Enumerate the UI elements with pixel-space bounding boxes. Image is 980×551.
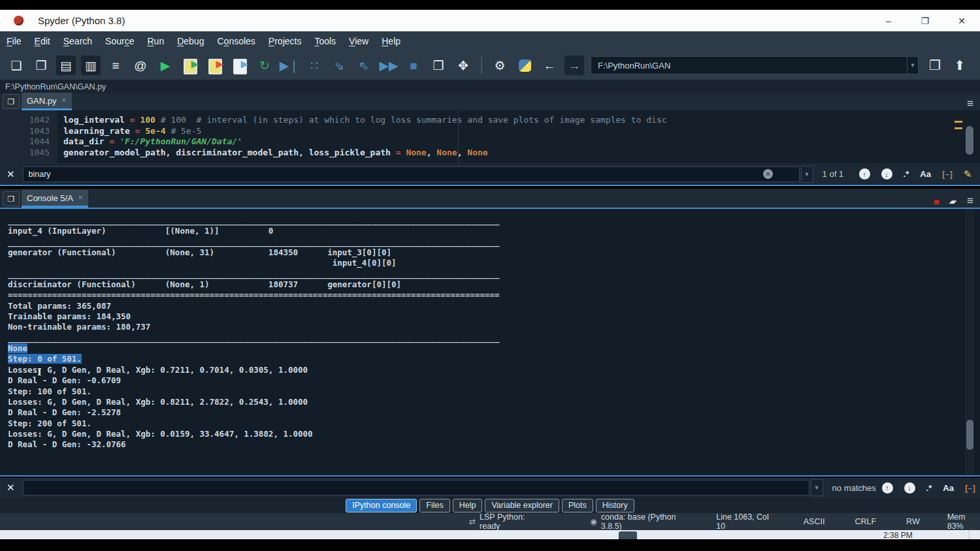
working-directory-combobox[interactable]: F:\PythonRun\GAN ▼ xyxy=(591,56,919,74)
tab-plots[interactable]: Plots xyxy=(562,499,593,512)
whole-words-icon[interactable]: [–] xyxy=(965,483,975,493)
console-scrollbar-thumb[interactable] xyxy=(966,420,973,450)
find-input[interactable] xyxy=(23,166,800,182)
search-occurrence-marker xyxy=(955,127,962,129)
stop-debug-icon[interactable]: ■ xyxy=(404,55,423,75)
console-tab-label: Console 5/A xyxy=(27,193,73,203)
close-find-icon[interactable]: ✕ xyxy=(7,482,15,494)
console-options-menu-icon[interactable]: ≡ xyxy=(967,195,973,208)
tab-help[interactable]: Help xyxy=(453,499,483,512)
back-icon[interactable]: ← xyxy=(540,55,559,75)
browse-directory-icon[interactable]: ❐ xyxy=(925,55,945,75)
tab-history[interactable]: History xyxy=(596,499,634,512)
step-return-icon[interactable]: ⇖ xyxy=(354,55,374,75)
working-directory-value[interactable]: F:\PythonRun\GAN xyxy=(591,61,907,71)
regex-icon[interactable]: .* xyxy=(904,169,909,179)
debug-file-icon[interactable]: ▶❘ xyxy=(280,55,299,75)
menu-run[interactable]: Run xyxy=(140,36,171,46)
console-line: Step: 100 of 501. xyxy=(0,386,980,397)
interrupt-kernel-icon[interactable]: ■ xyxy=(934,196,939,207)
console-line: input_4[0][0] xyxy=(0,258,980,268)
find-input[interactable] xyxy=(23,480,809,496)
browse-tabs-icon[interactable]: ❒ xyxy=(3,94,20,109)
tab-console-5a[interactable]: Console 5/A × xyxy=(22,190,88,208)
next-match-icon[interactable]: ↓ xyxy=(881,168,892,180)
symbol-finder-icon[interactable]: @ xyxy=(131,55,150,75)
file-switcher-icon[interactable]: ≡ xyxy=(106,55,125,75)
open-file-icon[interactable]: ❐ xyxy=(31,55,51,75)
new-file-icon[interactable]: ❏ xyxy=(7,55,26,75)
eraser-icon[interactable]: ▰ xyxy=(948,197,958,206)
continue-icon[interactable]: ▶▶ xyxy=(379,55,399,75)
parent-directory-icon[interactable]: ⬆ xyxy=(950,55,970,75)
console-line: Trainable params: 184,350 xyxy=(0,311,980,322)
run-current-line-icon[interactable]: ∷ xyxy=(304,55,324,75)
menu-consoles[interactable]: Consoles xyxy=(210,36,261,46)
console-line: D Real - D Gen: -0.6709 xyxy=(0,375,980,386)
search-history-dropdown-icon[interactable]: ▼ xyxy=(801,166,813,183)
console-scrollbar-track[interactable] xyxy=(965,209,974,475)
rerun-cell-icon[interactable]: ↻ xyxy=(255,55,274,75)
code-line: learning_rate = 5e-4 # 5e-5 xyxy=(63,126,201,137)
previous-match-icon[interactable]: ↑ xyxy=(859,168,870,180)
highlight-matches-icon[interactable]: ✎ xyxy=(964,168,972,180)
save-icon[interactable]: ▤ xyxy=(56,55,76,75)
maximize-pane-icon[interactable]: ❒ xyxy=(429,55,448,75)
next-match-icon[interactable]: ↓ xyxy=(904,482,915,494)
menu-help[interactable]: Help xyxy=(375,36,407,46)
editor-scrollbar[interactable] xyxy=(966,126,973,155)
search-history-dropdown-icon[interactable]: ▼ xyxy=(811,479,823,496)
close-find-icon[interactable]: ✕ xyxy=(7,168,15,180)
forward-icon[interactable]: → xyxy=(564,55,584,75)
window-title: Spyder (Python 3.8) xyxy=(38,15,125,26)
run-cell-advance-icon[interactable]: ▶ xyxy=(205,55,225,75)
run-file-icon[interactable]: ▶ xyxy=(155,55,175,75)
browse-tabs-icon[interactable]: ❒ xyxy=(3,191,20,206)
case-sensitive-icon[interactable]: Aa xyxy=(920,169,931,179)
console-line: ========================================… xyxy=(0,290,980,300)
breadcrumb: F:\PythonRun\GAN\GAN.py xyxy=(0,80,980,93)
working-directory-dropdown-icon[interactable]: ▼ xyxy=(907,57,918,74)
case-sensitive-icon[interactable]: Aa xyxy=(943,483,954,493)
letterbox-bottom xyxy=(0,539,980,551)
menu-view[interactable]: View xyxy=(342,36,375,46)
lsp-status-icon: ⇄ xyxy=(469,517,476,526)
fullscreen-icon[interactable]: ✥ xyxy=(453,55,473,75)
spyder-window: Spyder (Python 3.8) – ❐ ✕ FileEditSearch… xyxy=(0,0,980,551)
tab-ipython-console[interactable]: IPython console xyxy=(346,499,417,512)
menu-debug[interactable]: Debug xyxy=(171,36,210,46)
tab-files[interactable]: Files xyxy=(419,499,449,512)
taskbar-divider xyxy=(969,530,970,539)
tab-gan-py[interactable]: GAN.py × xyxy=(22,93,72,110)
run-cell-icon[interactable]: ▶ xyxy=(180,55,200,75)
menu-projects[interactable]: Projects xyxy=(262,36,308,46)
code-line: data_dir = 'F:/PythonRun/GAN/Data/' xyxy=(63,136,242,148)
previous-match-icon[interactable]: ↑ xyxy=(882,482,893,494)
windows-taskbar[interactable]: 2:38 PM xyxy=(0,530,980,539)
preferences-wrench-icon[interactable]: ⚙ xyxy=(490,55,510,75)
ipython-console-output[interactable]: ________________________________________… xyxy=(0,208,980,477)
menu-search[interactable]: Search xyxy=(57,36,99,46)
tab-close-icon[interactable]: × xyxy=(62,96,67,105)
whole-words-icon[interactable]: [–] xyxy=(942,169,953,179)
editor-options-menu-icon[interactable]: ≡ xyxy=(967,97,973,110)
run-selection-icon[interactable]: ▶ xyxy=(230,55,250,75)
menu-tools[interactable]: Tools xyxy=(308,36,342,46)
conda-env-status[interactable]: conda: base (Python 3.8.5) xyxy=(601,512,687,531)
taskbar-app-icon[interactable] xyxy=(619,531,637,539)
step-into-icon[interactable]: ⇘ xyxy=(329,55,349,75)
tab-variable-explorer[interactable]: Variable explorer xyxy=(485,499,559,512)
close-button[interactable]: ✕ xyxy=(943,10,980,31)
console-line: Step: 200 of 501. xyxy=(0,418,980,429)
menu-edit[interactable]: Edit xyxy=(28,36,57,46)
menu-source[interactable]: Source xyxy=(99,36,140,46)
save-all-icon[interactable]: ▥ xyxy=(81,55,101,75)
menu-file[interactable]: File xyxy=(0,36,28,46)
restore-button[interactable]: ❐ xyxy=(907,10,943,31)
regex-icon[interactable]: .* xyxy=(926,483,932,493)
code-editor[interactable]: 1042log_interval = 100 # 100 # interval … xyxy=(0,110,980,163)
minimize-button[interactable]: – xyxy=(870,10,907,31)
tab-close-icon[interactable]: × xyxy=(78,193,83,202)
python-path-icon[interactable] xyxy=(515,55,534,75)
clear-search-icon[interactable]: ✕ xyxy=(763,169,773,179)
